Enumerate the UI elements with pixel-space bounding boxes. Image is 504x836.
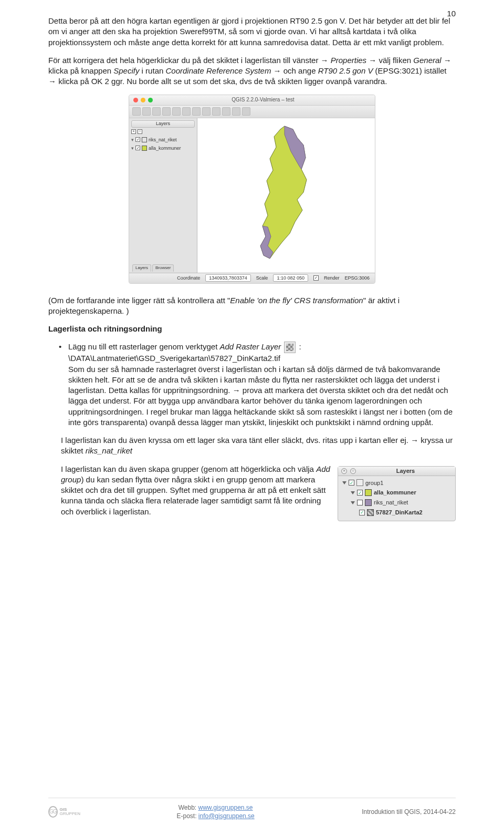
tool-add-raster: Add Raster Layer xyxy=(220,342,281,351)
paragraph-toggle: I lagerlistan kan du även kryssa om ett … xyxy=(61,435,456,457)
layers-panel-grouped: × ○ Layers ✓ group1 ✓ alla_kommuner riks xyxy=(338,466,456,521)
panel-body: ✓ group1 ✓ alla_kommuner riks_nat_riket … xyxy=(338,476,455,521)
bullet-add-raster: Lägg nu till ett rasterlager genom verkt… xyxy=(61,342,456,428)
tool-icon xyxy=(162,107,171,116)
layer-name: riks_nat_riket xyxy=(149,137,177,143)
layer-name: riks_nat_riket xyxy=(374,499,408,507)
add-raster-layer-icon xyxy=(284,342,296,353)
heading-lagerlista: Lagerlista och ritningsordning xyxy=(48,324,456,334)
toolbar xyxy=(129,106,375,118)
window-titlebar: QGIS 2.2.0-Valmiera – test xyxy=(129,95,375,106)
footer-right: Introduktion till QGIS, 2014-04-22 xyxy=(362,808,456,816)
panel-title: Layers xyxy=(359,467,452,475)
swatch xyxy=(365,499,372,506)
tool-icon xyxy=(222,107,230,116)
tool-icon xyxy=(152,107,161,116)
tab-general: General xyxy=(413,56,444,65)
minimize-icon xyxy=(141,98,145,102)
tool-icon xyxy=(172,107,181,116)
logo-mark: GG xyxy=(48,806,58,818)
text: (EPSG:3021) istället xyxy=(373,66,446,75)
paragraph-otf: (Om de fortfarande inte ligger rätt så k… xyxy=(48,295,456,317)
file-path: \DATA\Lantmateriet\GSD_Sverigekartan\578… xyxy=(68,354,280,363)
checkbox-icon: ✓ xyxy=(349,480,354,486)
layer-riks: riks_nat_riket xyxy=(86,446,132,455)
qgis-screenshot: QGIS 2.2.0-Valmiera – test Layers × ○ ▾ … xyxy=(129,95,375,284)
detach-icon: ○ xyxy=(350,468,356,474)
zoom-icon xyxy=(148,98,153,102)
checkbox-icon: ✓ xyxy=(135,146,140,150)
layer-name: 57827_DinKarta2 xyxy=(376,509,423,517)
tool-icon xyxy=(232,107,240,116)
coord-label: Coordinate xyxy=(177,275,200,281)
mail-label: E-post: xyxy=(176,812,198,820)
layer-row: riks_nat_riket xyxy=(341,498,452,508)
field-crs: Coordinate Reference System xyxy=(165,66,273,75)
logo: GG GIS GRUPPEN xyxy=(48,806,69,818)
menu-properties: Properties xyxy=(329,56,369,65)
panel-header: × ○ Layers xyxy=(338,467,455,476)
tool-icon xyxy=(192,107,201,116)
tool-icon xyxy=(132,107,141,116)
swatch xyxy=(142,146,147,151)
paragraph-fix: För att korrigera det hela högerklickar … xyxy=(48,55,456,87)
tool-icon xyxy=(202,107,211,116)
mail-link[interactable]: info@gisgruppen.se xyxy=(198,812,255,820)
option-otf: Enable 'on the fly' CRS transformation xyxy=(230,296,363,305)
tool-icon xyxy=(182,107,191,116)
text: i rutan xyxy=(139,66,165,75)
tool-icon xyxy=(242,107,250,116)
raster-icon xyxy=(367,509,374,516)
layer-row: ✓ 57827_DinKarta2 xyxy=(341,508,452,518)
expand-icon xyxy=(351,501,355,504)
expand-icon xyxy=(342,481,346,484)
layer-name: alla_kommuner xyxy=(374,489,416,497)
tool-icon xyxy=(212,107,220,116)
text: I lagerlistan kan du även skapa grupper … xyxy=(61,465,316,473)
group-icon xyxy=(356,479,363,486)
status-bar: Coordinate 1340933,7803374 Scale 1:10 08… xyxy=(129,273,375,283)
panel-title: Layers xyxy=(131,120,195,128)
text: För att korrigera det hela högerklickar … xyxy=(48,56,321,65)
layer-item: ▾ ✓ alla_kommuner xyxy=(131,144,195,152)
map-canvas xyxy=(197,118,375,273)
close-icon xyxy=(133,98,138,102)
button-specify: Specify xyxy=(113,66,139,75)
epsg-label: EPSG:3006 xyxy=(344,275,370,281)
text: ) du kan sedan flytta över några skikt i… xyxy=(61,475,326,516)
scale-value: 1:10 082 050 xyxy=(273,274,308,282)
web-label: Webb: xyxy=(178,804,198,811)
text: Lägg nu till ett rasterlager genom verkt… xyxy=(68,342,220,351)
tool-icon xyxy=(142,107,151,116)
text: I lagerlistan kan du även kryssa om ett … xyxy=(61,436,411,445)
layer-item: ▾ ✓ riks_nat_riket xyxy=(131,136,195,144)
footer-center: Webb: www.gisgruppen.se E-post: info@gis… xyxy=(69,803,362,820)
group-row: ✓ group1 xyxy=(341,478,452,488)
layer-row: ✓ alla_kommuner xyxy=(341,488,452,498)
text: klicka på knappen xyxy=(48,66,113,75)
page-footer: GG GIS GRUPPEN Webb: www.gisgruppen.se E… xyxy=(48,798,456,820)
sweden-map xyxy=(247,122,326,269)
scale-label: Scale xyxy=(256,275,268,281)
group-name: group1 xyxy=(365,479,383,487)
panel-button: × xyxy=(131,129,136,134)
tab-layers: Layers xyxy=(132,264,151,272)
checkbox-icon: ✓ xyxy=(359,510,365,515)
web-link[interactable]: www.gisgruppen.se xyxy=(198,804,253,811)
text: och ange xyxy=(281,66,318,75)
tab-browser: Browser xyxy=(152,264,174,272)
swatch xyxy=(142,137,147,142)
text: (Om de fortfarande inte ligger rätt så k… xyxy=(48,296,230,305)
text: klicka på OK 2 ggr. Nu borde allt se ut … xyxy=(56,77,387,86)
paragraph-intro: Detta beror på att den högra kartan egen… xyxy=(48,16,456,48)
panel-button: ○ xyxy=(138,129,142,134)
checkbox-icon xyxy=(357,500,363,505)
text: : xyxy=(297,342,301,351)
layer-name: alla_kommuner xyxy=(149,145,181,151)
render-checkbox: ✓ xyxy=(313,275,319,281)
page-number: 10 xyxy=(447,8,456,19)
coord-value: 1340933,7803374 xyxy=(205,274,251,282)
checkbox-icon: ✓ xyxy=(357,490,363,496)
text: välj fliken xyxy=(376,56,413,65)
render-label: Render xyxy=(324,275,340,281)
